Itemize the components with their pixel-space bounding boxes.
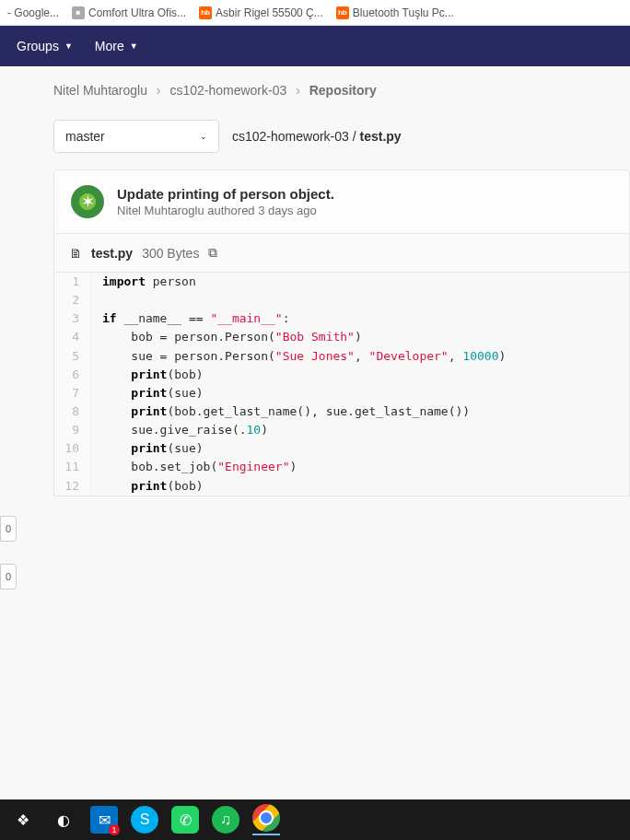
breadcrumb-page: Repository [309, 83, 377, 98]
chevron-down-icon: ▼ [130, 41, 138, 51]
taskbar-whatsapp[interactable]: ✆ [171, 806, 199, 834]
commit-meta: Nitel Muhtaroglu authored 3 days ago [117, 204, 334, 217]
commit-info: ✶ Update printing of person object. Nite… [53, 169, 630, 234]
top-nav: Groups▼ More▼ [0, 26, 630, 66]
commit-title: Update printing of person object. [117, 186, 334, 202]
file-icon: 🗎 [69, 246, 82, 261]
taskbar-skype[interactable]: S [131, 806, 158, 834]
bookmark-asbir[interactable]: hbAsbir Rigel 55500 Ç... [199, 6, 323, 19]
line-content: print(bob) [91, 477, 629, 496]
code-line: 12 print(bob) [54, 477, 629, 496]
breadcrumb-project[interactable]: cs102-homework-03 [169, 83, 286, 98]
branch-name: master [65, 129, 105, 144]
code-line: 2 [54, 291, 629, 309]
mail-badge: 1 [109, 824, 120, 835]
line-number[interactable]: 12 [54, 477, 91, 496]
taskbar: ❖ ◐ ✉1 S ✆ ♫ [0, 799, 630, 840]
taskbar-unknown1[interactable]: ❖ [9, 806, 37, 834]
chevron-down-icon: ▼ [64, 41, 73, 51]
line-content: bob = person.Person("Bob Smith") [91, 328, 629, 346]
side-tab-2[interactable]: 0 [0, 564, 17, 589]
line-content: print(bob) [91, 366, 629, 384]
line-number[interactable]: 8 [54, 402, 91, 421]
main-content: Nitel Muhtaroglu › cs102-homework-03 › R… [0, 66, 630, 496]
code-line: 11 bob.set_job("Engineer") [54, 458, 629, 476]
code-line: 9 sue.give_raise(.10) [54, 421, 629, 439]
file-header: 🗎 test.py 300 Bytes ⧉ [53, 234, 630, 273]
bookmark-comfort[interactable]: ■Comfort Ultra Ofis... [72, 6, 186, 19]
line-number[interactable]: 6 [54, 366, 91, 384]
code-line: 3if __name__ == "__main__": [54, 309, 629, 328]
line-content [91, 291, 629, 309]
line-number[interactable]: 2 [54, 291, 91, 309]
code-line: 4 bob = person.Person("Bob Smith") [54, 328, 629, 346]
copy-path-icon[interactable]: ⧉ [208, 245, 217, 261]
line-number[interactable]: 11 [54, 458, 91, 476]
breadcrumb: Nitel Muhtaroglu › cs102-homework-03 › R… [53, 83, 630, 98]
breadcrumb-user[interactable]: Nitel Muhtaroglu [53, 83, 147, 98]
nav-more[interactable]: More▼ [95, 39, 138, 53]
code-line: 8 print(bob.get_last_name(), sue.get_las… [54, 402, 629, 421]
taskbar-spotify[interactable]: ♫ [212, 806, 239, 834]
bookmarks-bar: - Google... ■Comfort Ultra Ofis... hbAsb… [0, 0, 630, 26]
chrome-icon [252, 804, 280, 832]
line-content: bob.set_job("Engineer") [91, 458, 629, 476]
file-path: cs102-homework-03 / test.py [228, 122, 405, 151]
nav-groups[interactable]: Groups▼ [17, 39, 73, 53]
bookmark-google[interactable]: - Google... [7, 6, 59, 19]
code-line: 6 print(bob) [54, 366, 629, 384]
code-line: 10 print(sue) [54, 439, 629, 458]
file-name: test.py [91, 246, 133, 261]
line-content: if __name__ == "__main__": [91, 309, 629, 328]
line-content: print(sue) [91, 439, 629, 458]
line-number[interactable]: 7 [54, 384, 91, 402]
line-content: sue = person.Person("Sue Jones", "Develo… [91, 347, 629, 366]
taskbar-chrome-active[interactable] [252, 804, 280, 835]
line-number[interactable]: 1 [54, 273, 91, 291]
taskbar-unknown2[interactable]: ◐ [50, 806, 77, 834]
hb-icon: hb [336, 6, 349, 19]
bookmark-bluetooth[interactable]: hbBluetooth Tuşlu Pc... [336, 6, 454, 19]
line-number[interactable]: 10 [54, 439, 91, 458]
line-number[interactable]: 9 [54, 421, 91, 439]
code-line: 7 print(sue) [54, 384, 629, 402]
code-viewer: 1import person23if __name__ == "__main__… [53, 273, 630, 496]
hb-icon: hb [199, 6, 212, 19]
code-line: 5 sue = person.Person("Sue Jones", "Deve… [54, 347, 629, 366]
line-content: import person [91, 273, 629, 291]
branch-select[interactable]: master ⌄ [53, 120, 219, 153]
path-folder[interactable]: cs102-homework-03 [232, 129, 349, 144]
line-number[interactable]: 5 [54, 347, 91, 366]
code-line: 1import person [54, 273, 629, 291]
line-number[interactable]: 4 [54, 328, 91, 346]
taskbar-mail[interactable]: ✉1 [90, 806, 118, 834]
side-tab-1[interactable]: 0 [0, 516, 17, 542]
line-content: print(bob.get_last_name(), sue.get_last_… [91, 402, 629, 421]
path-file[interactable]: test.py [360, 129, 402, 144]
commit-time: 3 days ago [258, 204, 317, 217]
chevron-down-icon: ⌄ [200, 132, 207, 141]
line-number[interactable]: 3 [54, 309, 91, 328]
line-content: sue.give_raise(.10) [91, 421, 629, 439]
avatar[interactable]: ✶ [71, 185, 104, 218]
commit-author[interactable]: Nitel Muhtaroglu [117, 204, 204, 217]
file-size: 300 Bytes [142, 246, 199, 261]
line-content: print(sue) [91, 384, 629, 402]
